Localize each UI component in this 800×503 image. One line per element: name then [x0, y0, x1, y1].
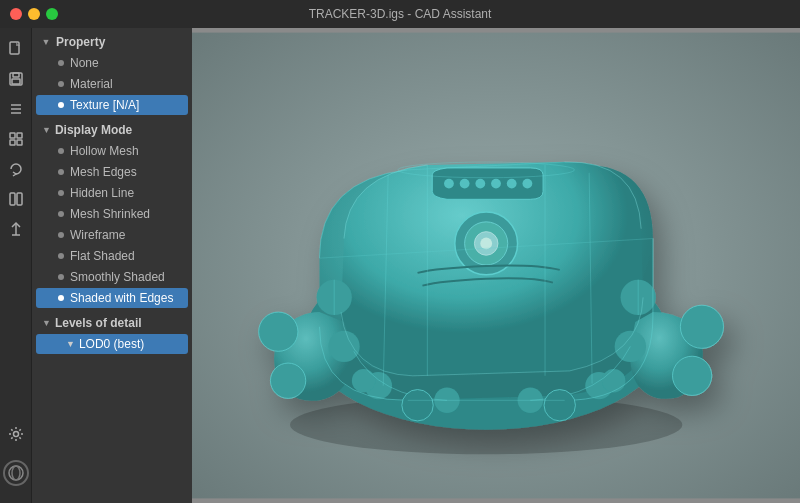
lod-section: ▼ Levels of detail ▼ LOD0 (best) [32, 312, 192, 354]
svg-point-17 [12, 466, 20, 480]
mesh-edges-label: Mesh Edges [70, 165, 137, 179]
svg-point-31 [444, 179, 454, 189]
svg-point-48 [270, 363, 305, 398]
close-button[interactable] [10, 8, 22, 20]
dot-hollow [58, 148, 64, 154]
svg-point-44 [673, 356, 712, 395]
dot-mesh-shrinked [58, 211, 64, 217]
display-mode-chevron: ▼ [42, 125, 51, 135]
svg-point-47 [259, 312, 298, 351]
svg-point-33 [475, 179, 485, 189]
left-toolbar [0, 28, 32, 503]
dot-flat-shaded [58, 253, 64, 259]
svg-point-45 [402, 390, 433, 421]
hidden-line-label: Hidden Line [70, 186, 134, 200]
maximize-button[interactable] [46, 8, 58, 20]
settings-icon[interactable] [3, 421, 29, 447]
lod-chevron: ▼ [42, 318, 51, 328]
file-icon[interactable] [3, 36, 29, 62]
smoothly-shaded-label: Smoothly Shaded [70, 270, 165, 284]
window-title: TRACKER-3D.igs - CAD Assistant [309, 7, 492, 21]
save-icon[interactable] [3, 66, 29, 92]
tree-item-flat-shaded[interactable]: Flat Shaded [36, 246, 188, 266]
property-chevron: ▼ [40, 36, 52, 48]
svg-rect-11 [10, 193, 15, 205]
tree-item-none[interactable]: None [36, 53, 188, 73]
svg-point-35 [507, 179, 517, 189]
dot-none [58, 60, 64, 66]
inspect-icon[interactable] [3, 126, 29, 152]
dot-wireframe [58, 232, 64, 238]
main-layout: ▼ Property None Material Texture [N/A] ▼… [0, 28, 800, 503]
model-canvas [192, 28, 800, 503]
dot-smoothly-shaded [58, 274, 64, 280]
svg-point-23 [328, 331, 359, 362]
tree-item-mesh-edges[interactable]: Mesh Edges [36, 162, 188, 182]
none-label: None [70, 56, 99, 70]
mesh-shrinked-label: Mesh Shrinked [70, 207, 150, 221]
svg-point-36 [522, 179, 532, 189]
property-section-header[interactable]: ▼ Property [32, 32, 192, 52]
opencascade-logo-icon [2, 459, 30, 487]
svg-rect-7 [10, 133, 15, 138]
title-bar: TRACKER-3D.igs - CAD Assistant [0, 0, 800, 28]
svg-point-16 [4, 461, 28, 485]
property-section: ▼ Property None Material Texture [N/A] [32, 32, 192, 115]
traffic-lights[interactable] [10, 8, 58, 20]
dot-texture [58, 102, 64, 108]
toolbar-bottom [0, 421, 34, 495]
svg-point-15 [13, 432, 18, 437]
arrow-icon[interactable] [3, 216, 29, 242]
svg-point-29 [352, 369, 376, 393]
tree-item-hollow-mesh[interactable]: Hollow Mesh [36, 141, 188, 161]
dot-hidden-line [58, 190, 64, 196]
shaded-edges-label: Shaded with Edges [70, 291, 173, 305]
lod-label: Levels of detail [55, 316, 142, 330]
property-label: Property [56, 35, 105, 49]
svg-rect-3 [12, 79, 20, 84]
flat-shaded-label: Flat Shaded [70, 249, 135, 263]
display-mode-section: ▼ Display Mode Hollow Mesh Mesh Edges Hi… [32, 119, 192, 308]
tree-item-wireframe[interactable]: Wireframe [36, 225, 188, 245]
tree-item-material[interactable]: Material [36, 74, 188, 94]
svg-rect-12 [17, 193, 22, 205]
wireframe-label: Wireframe [70, 228, 125, 242]
split-icon[interactable] [3, 186, 29, 212]
tree-item-lod0[interactable]: ▼ LOD0 (best) [36, 334, 188, 354]
minimize-button[interactable] [28, 8, 40, 20]
tree-item-mesh-shrinked[interactable]: Mesh Shrinked [36, 204, 188, 224]
svg-point-46 [544, 390, 575, 421]
list-icon[interactable] [3, 96, 29, 122]
lod0-chevron: ▼ [66, 339, 75, 349]
logo-area [0, 451, 34, 495]
lod0-label: LOD0 (best) [79, 337, 144, 351]
display-mode-label: Display Mode [55, 123, 132, 137]
svg-point-24 [615, 331, 646, 362]
tree-item-texture[interactable]: Texture [N/A] [36, 95, 188, 115]
svg-point-43 [680, 305, 723, 348]
svg-point-32 [460, 179, 470, 189]
rotate-icon[interactable] [3, 156, 29, 182]
svg-point-30 [602, 369, 626, 393]
tree-item-shaded-edges[interactable]: Shaded with Edges [36, 288, 188, 308]
side-panel: ▼ Property None Material Texture [N/A] ▼… [32, 28, 192, 503]
dot-material [58, 81, 64, 87]
svg-point-34 [491, 179, 501, 189]
svg-rect-9 [10, 140, 15, 145]
viewport[interactable] [192, 28, 800, 503]
tree-item-hidden-line[interactable]: Hidden Line [36, 183, 188, 203]
tree-item-smoothly-shaded[interactable]: Smoothly Shaded [36, 267, 188, 287]
svg-rect-2 [13, 73, 19, 77]
hollow-mesh-label: Hollow Mesh [70, 144, 139, 158]
svg-rect-8 [17, 133, 22, 138]
svg-point-40 [480, 238, 492, 250]
svg-rect-10 [17, 140, 22, 145]
display-mode-header[interactable]: ▼ Display Mode [32, 119, 192, 140]
lod-header[interactable]: ▼ Levels of detail [32, 312, 192, 333]
dot-mesh-edges [58, 169, 64, 175]
texture-label: Texture [N/A] [70, 98, 139, 112]
dot-shaded-edges [58, 295, 64, 301]
material-label: Material [70, 77, 113, 91]
